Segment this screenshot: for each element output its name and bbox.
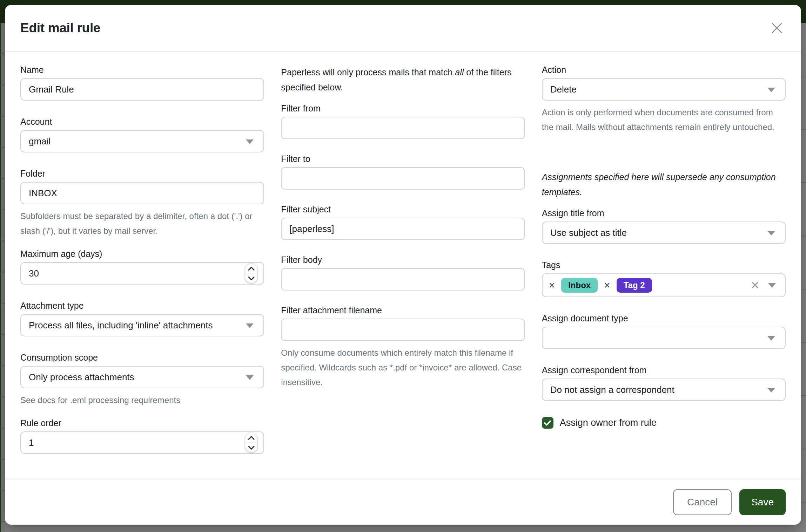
screen: Edit mail rule Name Account: [0, 0, 806, 532]
checkbox-check-icon: [544, 420, 551, 426]
column-filters: Paperless will only process mails that m…: [281, 65, 525, 479]
stepper-up-icon[interactable]: [245, 433, 257, 443]
action-select-value: Delete: [550, 84, 577, 95]
rule-order-label: Rule order: [20, 418, 264, 428]
tags-label: Tags: [542, 260, 786, 270]
column-general: Name Account gmail Folder: [20, 65, 264, 479]
assign-owner-checkbox[interactable]: [542, 417, 553, 429]
filter-body-label: Filter body: [281, 255, 525, 265]
filter-from-label: Filter from: [281, 103, 525, 114]
consumption-scope-label: Consumption scope: [20, 353, 264, 363]
tags-field-group: Tags × Inbox × Tag 2 ✕: [542, 260, 786, 297]
maximum-age-field-group: Maximum age (days): [20, 249, 264, 285]
stepper-up-icon[interactable]: [245, 264, 257, 274]
clear-tags-icon[interactable]: ✕: [750, 280, 760, 291]
account-field-group: Account gmail: [20, 117, 264, 152]
assign-document-type-field-group: Assign document type: [542, 313, 786, 349]
chevron-down-icon: [246, 139, 254, 144]
attachment-type-field-group: Attachment type Process all files, inclu…: [20, 301, 264, 336]
attachment-type-select[interactable]: Process all files, including 'inline' at…: [20, 314, 264, 336]
consumption-scope-select[interactable]: Only process attachments: [20, 366, 264, 388]
filter-from-input[interactable]: [282, 117, 524, 138]
consumption-scope-help-text: See docs for .eml processing requirement…: [20, 393, 264, 408]
close-button[interactable]: [768, 19, 786, 37]
dialog-footer: Cancel Save: [5, 479, 801, 525]
filename-help-text: Only consume documents which entirely ma…: [281, 346, 525, 390]
rule-order-field-group: Rule order: [20, 418, 264, 454]
assign-correspondent-from-select[interactable]: Do not assign a correspondent: [542, 378, 786, 401]
stepper-down-icon[interactable]: [245, 443, 257, 452]
dialog-header: Edit mail rule: [5, 5, 801, 52]
filter-to-input[interactable]: [282, 168, 524, 189]
filter-body-input[interactable]: [282, 269, 524, 290]
assign-document-type-select[interactable]: [542, 327, 786, 349]
assign-owner-label: Assign owner from rule: [560, 417, 657, 428]
maximum-age-stepper[interactable]: [245, 264, 258, 284]
maximum-age-label: Maximum age (days): [20, 249, 264, 259]
filter-body-field-group: Filter body: [281, 255, 525, 291]
account-select-value: gmail: [29, 136, 51, 147]
action-field-group: Action Delete Action is only performed w…: [542, 65, 786, 135]
filter-attachment-filename-input[interactable]: [282, 319, 524, 340]
save-button[interactable]: Save: [739, 489, 786, 515]
column-actions: Action Delete Action is only performed w…: [542, 65, 786, 479]
consumption-scope-select-value: Only process attachments: [29, 372, 134, 383]
tags-field-controls: ✕: [750, 280, 776, 291]
filter-subject-label: Filter subject: [281, 204, 525, 214]
folder-label: Folder: [20, 169, 264, 179]
background-page-left: [0, 23, 5, 532]
stepper-down-icon[interactable]: [245, 274, 257, 283]
filter-subject-field-group: Filter subject: [281, 204, 525, 240]
assign-owner-row: Assign owner from rule: [542, 417, 786, 429]
name-label: Name: [20, 65, 264, 75]
rule-order-input[interactable]: [21, 432, 263, 453]
attachment-type-label: Attachment type: [20, 301, 264, 311]
assign-correspondent-from-select-value: Do not assign a correspondent: [550, 384, 674, 395]
chevron-down-icon: [767, 388, 775, 393]
account-label: Account: [20, 117, 264, 127]
filters-intro-text: Paperless will only process mails that m…: [281, 65, 525, 95]
assign-title-from-label: Assign title from: [542, 208, 786, 218]
tags-selected-list: × Inbox × Tag 2: [548, 278, 751, 293]
name-field-group: Name: [20, 65, 264, 101]
filter-to-field-group: Filter to: [281, 154, 525, 190]
folder-field-group: Folder Subfolders must be separated by a…: [20, 169, 264, 238]
background-page-right: [801, 23, 806, 532]
cancel-button[interactable]: Cancel: [673, 489, 732, 515]
tag-pill-tag-2: Tag 2: [617, 278, 652, 293]
action-label: Action: [542, 65, 786, 75]
page-title: Edit mail rule: [20, 21, 100, 35]
filter-subject-input[interactable]: [282, 218, 524, 239]
filter-from-field-group: Filter from: [281, 103, 525, 139]
assign-correspondent-from-field-group: Assign correspondent from Do not assign …: [542, 365, 786, 401]
tags-field[interactable]: × Inbox × Tag 2 ✕: [542, 273, 786, 297]
rule-order-stepper[interactable]: [245, 433, 258, 453]
chevron-down-icon: [246, 375, 254, 380]
assign-correspondent-from-label: Assign correspondent from: [542, 365, 786, 375]
assign-document-type-label: Assign document type: [542, 313, 786, 323]
edit-mail-rule-dialog: Edit mail rule Name Account: [5, 5, 801, 525]
filter-to-label: Filter to: [281, 154, 525, 164]
folder-help-text: Subfolders must be separated by a delimi…: [20, 209, 264, 238]
account-select[interactable]: gmail: [20, 130, 264, 152]
close-icon: [770, 21, 784, 35]
folder-input[interactable]: [21, 183, 263, 204]
chevron-down-icon: [246, 323, 254, 328]
assignments-note: Assignments specified here will supersed…: [542, 170, 786, 199]
assign-title-from-select-value: Use subject as title: [550, 227, 627, 238]
filter-attachment-filename-label: Filter attachment filename: [281, 305, 525, 315]
assign-title-from-select[interactable]: Use subject as title: [542, 221, 786, 244]
chevron-down-icon: [767, 231, 775, 236]
name-input[interactable]: [21, 79, 263, 100]
chevron-down-icon[interactable]: [768, 283, 776, 288]
assign-title-from-field-group: Assign title from Use subject as title: [542, 208, 786, 244]
action-select[interactable]: Delete: [542, 78, 786, 101]
tag-pill-inbox: Inbox: [561, 278, 598, 293]
maximum-age-input[interactable]: [21, 263, 263, 284]
filter-attachment-filename-field-group: Filter attachment filename Only consume …: [281, 305, 525, 390]
chevron-down-icon: [767, 336, 775, 341]
remove-tag-icon[interactable]: ×: [603, 280, 612, 291]
dialog-body: Name Account gmail Folder: [5, 52, 801, 479]
remove-tag-icon[interactable]: ×: [548, 280, 557, 291]
action-help-text: Action is only performed when documents …: [542, 105, 786, 135]
